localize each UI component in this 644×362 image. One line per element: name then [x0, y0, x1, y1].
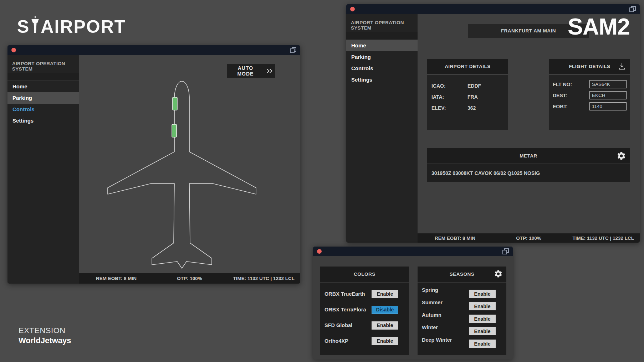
flight-details-title: FLIGHT DETAILS	[569, 64, 610, 69]
metar-panel: METAR 301950Z 03008KT CAVOK 06/02 Q1025 …	[427, 148, 630, 182]
seasons-panel: SEASONS Spring Enable Summer Enable Autu…	[418, 267, 506, 355]
duplicate-window-icon[interactable]	[502, 248, 509, 254]
auto-mode-label: AUTO MODE	[229, 65, 262, 77]
dest-input[interactable]	[589, 91, 627, 99]
time-status: TIME: 1132 UTC | 1232 LCL	[202, 276, 300, 281]
home-window-sidebar: AIRPORT OPERATION SYSTEM Home Parking Co…	[346, 14, 418, 243]
season-row: Winter Enable	[418, 324, 506, 336]
stairport-logo: S AIRPORT	[17, 16, 126, 37]
sfd-global-toggle[interactable]: Enable	[372, 321, 398, 330]
gear-icon[interactable]	[494, 269, 503, 278]
color-row: ORBX TerraFlora Disable	[320, 302, 409, 317]
parking-window-sidebar: AIRPORT OPERATION SYSTEM Home Parking Co…	[7, 55, 79, 284]
tweaks-window-titlebar[interactable]	[313, 247, 513, 256]
double-chevron-right-icon	[266, 68, 273, 73]
parking-main-area: AUTO MODE REM EOBT: 8 MIN OTP: 100% TIME…	[79, 55, 300, 284]
detail-row: ELEV: 362	[431, 102, 504, 113]
status-bar: REM EOBT: 8 MIN OTP: 100% TIME: 1132 UTC…	[418, 233, 640, 243]
home-window-titlebar[interactable]	[346, 4, 640, 14]
winter-label: Winter	[422, 324, 438, 336]
download-icon[interactable]	[617, 62, 627, 71]
seasons-title: SEASONS	[450, 272, 475, 277]
metar-report: 301950Z 03008KT CAVOK 06/02 Q1025 NOSIG	[427, 164, 630, 182]
orbx-trueearth-label: ORBX TrueEarth	[324, 291, 365, 297]
season-row: Deep Winter Enable	[418, 336, 506, 348]
extension-name: WorldJetways	[19, 336, 71, 345]
status-bar: REM EOBT: 8 MIN OTP: 100% TIME: 1132 UTC…	[79, 273, 300, 284]
sidebar-divider	[7, 73, 79, 81]
rem-eobt-status: REM EOBT: 8 MIN	[79, 276, 177, 281]
parking-window-titlebar[interactable]	[7, 45, 300, 55]
detail-row: EOBT:	[553, 102, 627, 110]
seasons-header: SEASONS	[418, 267, 506, 282]
flight-details-body: FLT NO: DEST: EOBT:	[549, 75, 630, 130]
sidebar-divider	[346, 32, 418, 40]
sidebar-item-controls[interactable]: Controls	[346, 63, 418, 74]
sidebar-item-home[interactable]: Home	[346, 40, 418, 51]
color-row: Ortho4XP Enable	[320, 333, 409, 349]
winter-toggle[interactable]: Enable	[469, 327, 496, 335]
elev-value: 362	[467, 105, 476, 111]
airport-details-title: AIRPORT DETAILS	[427, 59, 508, 74]
detail-row: DEST:	[553, 91, 627, 99]
spring-toggle[interactable]: Enable	[469, 290, 496, 298]
orbx-terraflora-label: ORBX TerraFlora	[324, 307, 366, 312]
colors-body: ORBX TrueEarth Enable ORBX TerraFlora Di…	[320, 283, 409, 355]
flight-details-panel: FLIGHT DETAILS FLT NO: DEST: EOBT:	[549, 59, 630, 130]
sidebar-item-home[interactable]: Home	[7, 81, 79, 92]
duplicate-window-icon[interactable]	[629, 6, 636, 12]
color-row: ORBX TrueEarth Enable	[320, 286, 409, 302]
home-main-area: FRANKFURT AM MAIN AIRPORT DETAILS ICAO: …	[418, 14, 640, 243]
sidebar-item-settings[interactable]: Settings	[7, 115, 79, 126]
deep-winter-label: Deep Winter	[422, 336, 452, 348]
duplicate-window-icon[interactable]	[290, 47, 296, 53]
autumn-label: Autumn	[422, 311, 441, 324]
colors-title: COLORS	[320, 267, 409, 282]
orbx-terraflora-toggle[interactable]: Disable	[372, 306, 398, 314]
color-row: SFD Global Enable	[320, 317, 409, 333]
detail-row: IATA: FRA	[431, 91, 504, 102]
close-icon[interactable]	[350, 7, 355, 11]
sidebar-title: AIRPORT OPERATION SYSTEM	[7, 55, 79, 73]
stairport-logo-prefix: S	[17, 16, 30, 37]
control-tower-icon	[30, 16, 40, 33]
sidebar-item-parking[interactable]: Parking	[346, 51, 418, 63]
airport-details-panel: AIRPORT DETAILS ICAO: EDDF IATA: FRA ELE…	[427, 59, 508, 130]
gear-icon[interactable]	[617, 151, 626, 161]
ortho4xp-label: Ortho4XP	[324, 338, 348, 344]
sidebar-title: AIRPORT OPERATION SYSTEM	[346, 14, 418, 32]
iata-label: IATA:	[431, 94, 467, 100]
close-icon[interactable]	[11, 48, 16, 52]
eobt-input[interactable]	[589, 102, 627, 110]
season-row: Spring Enable	[418, 286, 506, 299]
flt-no-input[interactable]	[589, 80, 627, 88]
autumn-toggle[interactable]: Enable	[469, 315, 496, 323]
sidebar-item-settings[interactable]: Settings	[346, 74, 418, 86]
detail-row: FLT NO:	[553, 80, 627, 88]
metar-title: METAR	[520, 153, 537, 159]
stairport-logo-suffix: AIRPORT	[41, 16, 126, 37]
icao-label: ICAO:	[431, 83, 467, 89]
sidebar-item-controls[interactable]: Controls	[7, 104, 79, 115]
aircraft-door-indicator[interactable]	[172, 124, 177, 137]
seasons-body: Spring Enable Summer Enable Autumn Enabl…	[418, 283, 506, 355]
sidebar-item-parking[interactable]: Parking	[7, 92, 79, 104]
deep-winter-toggle[interactable]: Enable	[469, 340, 496, 348]
aircraft-door-indicator[interactable]	[173, 97, 177, 110]
season-row: Summer Enable	[418, 299, 506, 311]
rem-eobt-status: REM EOBT: 8 MIN	[418, 236, 516, 241]
airport-details-body: ICAO: EDDF IATA: FRA ELEV: 362	[427, 75, 508, 130]
orbx-trueearth-toggle[interactable]: Enable	[372, 290, 398, 298]
sam2-logo: SAM2	[568, 14, 630, 40]
colors-panel: COLORS ORBX TrueEarth Enable ORBX TerraF…	[320, 267, 409, 355]
summer-toggle[interactable]: Enable	[469, 302, 496, 310]
iata-value: FRA	[467, 94, 478, 100]
close-icon[interactable]	[317, 249, 322, 254]
ortho4xp-toggle[interactable]: Enable	[372, 337, 398, 345]
eobt-label: EOBT:	[553, 104, 589, 109]
otp-status: OTP: 100%	[177, 276, 202, 281]
extension-badge: EXTENSION WorldJetways	[19, 326, 71, 345]
auto-mode-button[interactable]: AUTO MODE	[227, 64, 275, 78]
flight-details-header: FLIGHT DETAILS	[549, 59, 630, 74]
flt-no-label: FLT NO:	[553, 82, 589, 87]
